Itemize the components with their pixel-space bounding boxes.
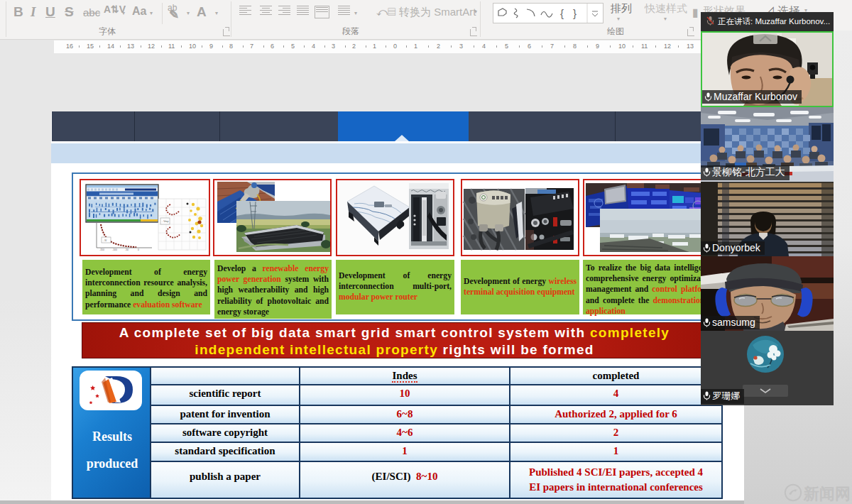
svg-text:{: { — [560, 7, 564, 19]
svg-text:-150: -150 — [99, 248, 104, 251]
svg-text:- IV: - IV — [103, 239, 107, 242]
svg-text:-100: -100 — [112, 248, 117, 251]
svg-text:}: } — [573, 7, 577, 19]
svg-text:-50: -50 — [125, 248, 129, 251]
svg-text:0: 0 — [138, 248, 139, 251]
svg-text:- Vmp: - Vmp — [162, 220, 168, 223]
